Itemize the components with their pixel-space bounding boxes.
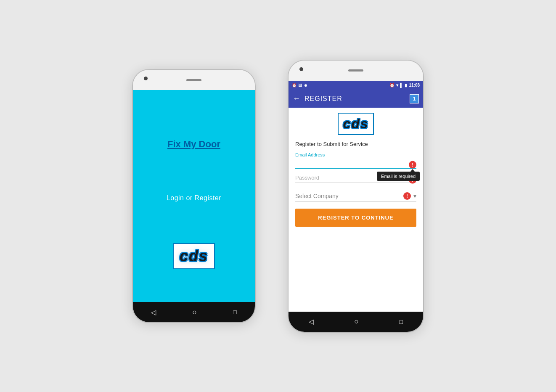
recents-nav-button2[interactable] bbox=[399, 318, 402, 325]
phone2-device: ⏰ 🖼 ⏺ ⏰ ▾ ▌ ▮ 11:08 ← REGISTER bbox=[289, 61, 423, 332]
phone1-top bbox=[133, 70, 255, 90]
home-nav-button[interactable] bbox=[192, 308, 197, 317]
back-nav-button[interactable] bbox=[151, 308, 156, 316]
status-right: ⏰ ▾ ▌ ▮ 11:08 bbox=[389, 83, 420, 87]
email-error-tooltip: Email is required bbox=[377, 172, 420, 181]
phone2-top bbox=[289, 61, 423, 81]
register-logo-box: cds bbox=[338, 113, 373, 135]
back-button[interactable]: ← bbox=[293, 94, 300, 103]
back-nav-button2[interactable] bbox=[309, 318, 314, 326]
phone1-device: Fix My Door Login or Register cds bbox=[133, 70, 255, 322]
camera2-icon bbox=[299, 67, 303, 71]
email-error-icon: ! bbox=[409, 161, 416, 169]
login-screen: Fix My Door Login or Register cds bbox=[133, 90, 255, 302]
register-logo-text: cds bbox=[343, 116, 368, 131]
phone1-screen: Fix My Door Login or Register cds bbox=[133, 90, 255, 302]
email-label: Email Address bbox=[295, 152, 416, 157]
register-title: REGISTER bbox=[304, 95, 405, 103]
select-company-dropdown[interactable]: Select Company ! ▾ bbox=[295, 189, 416, 202]
alarm2-icon: ⏰ bbox=[389, 83, 394, 87]
app-title: Fix My Door bbox=[167, 139, 220, 150]
speaker2 bbox=[348, 69, 363, 72]
alarm-icon: ⏰ bbox=[292, 83, 297, 87]
scene: Fix My Door Login or Register cds bbox=[133, 61, 423, 332]
select-company-label: Select Company bbox=[295, 193, 403, 199]
camera-icon bbox=[144, 77, 148, 80]
register-subtitle: Register to Submit for Service bbox=[295, 141, 416, 147]
image-icon: 🖼 bbox=[298, 83, 302, 87]
register-button[interactable]: REGISTER TO CONTINUE bbox=[295, 209, 416, 227]
phone1-bottom-nav bbox=[133, 302, 255, 322]
status-bar: ⏰ 🖼 ⏺ ⏰ ▾ ▌ ▮ 11:08 bbox=[289, 81, 423, 90]
signal-icon: ▌ bbox=[400, 83, 403, 87]
circle-icon: ⏺ bbox=[304, 83, 307, 87]
register-screen: ⏰ 🖼 ⏺ ⏰ ▾ ▌ ▮ 11:08 ← REGISTER bbox=[289, 81, 423, 312]
wifi-icon: ▾ bbox=[396, 83, 398, 87]
app-bar: ← REGISTER 1 bbox=[289, 90, 423, 108]
recents-nav-button[interactable] bbox=[233, 309, 236, 315]
select-error-icon: ! bbox=[403, 192, 411, 200]
dropdown-arrow-icon: ▾ bbox=[413, 193, 416, 199]
email-field-group: Email Address ! Email is required bbox=[295, 152, 416, 169]
home-nav-button2[interactable] bbox=[354, 317, 359, 326]
status-left: ⏰ 🖼 ⏺ bbox=[292, 83, 307, 87]
phone2-screen: ⏰ 🖼 ⏺ ⏰ ▾ ▌ ▮ 11:08 ← REGISTER bbox=[289, 81, 423, 312]
cds-logo: cds bbox=[173, 243, 215, 269]
register-content: cds Register to Submit for Service Email… bbox=[289, 108, 423, 312]
time-display: 11:08 bbox=[409, 83, 420, 87]
login-register-links[interactable]: Login or Register bbox=[167, 194, 221, 202]
speaker bbox=[186, 79, 201, 81]
phone2-bottom-nav bbox=[289, 312, 423, 332]
notification-badge: 1 bbox=[410, 94, 419, 103]
battery-icon: ▮ bbox=[405, 83, 407, 87]
email-input[interactable] bbox=[295, 158, 416, 169]
register-logo-wrap: cds bbox=[295, 113, 416, 135]
cds-logo-text: cds bbox=[180, 247, 208, 265]
